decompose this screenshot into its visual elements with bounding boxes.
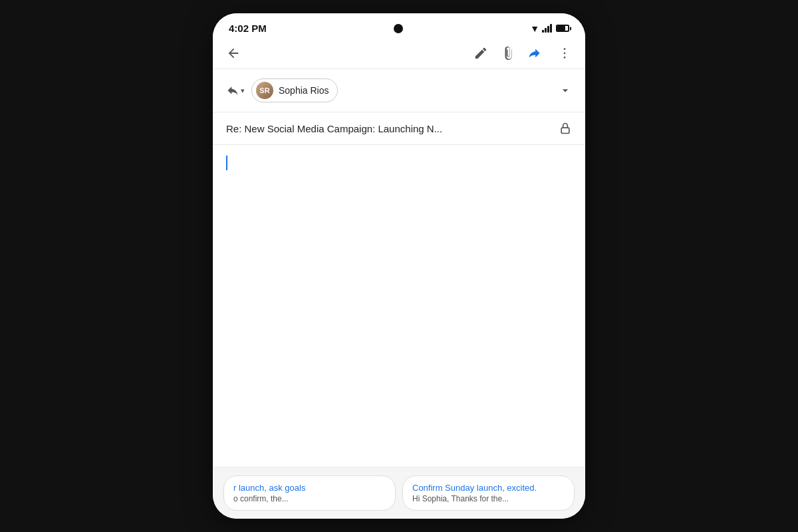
avatar: SR [256, 82, 273, 99]
attach-button[interactable] [501, 46, 516, 61]
avatar-initials: SR [256, 82, 273, 99]
svg-point-2 [564, 57, 566, 59]
status-bar: 4:02 PM ▼ [213, 13, 585, 41]
smart-replies: r launch, ask goals o confirm, the... Co… [213, 467, 585, 519]
send-button[interactable] [529, 46, 544, 61]
reply-button[interactable]: ▾ [226, 84, 245, 97]
compose-area: ▾ SR Sophia Rios Re: New Social Media Ca… [213, 69, 585, 519]
smart-reply-2-title: Confirm Sunday launch, excited. [412, 483, 565, 493]
text-cursor [226, 156, 227, 170]
subject-field: Re: New Social Media Campaign: Launching… [213, 112, 585, 145]
svg-point-0 [564, 48, 566, 50]
battery-icon [556, 25, 569, 32]
camera-indicator [394, 24, 403, 33]
reply-dropdown-icon: ▾ [241, 86, 245, 95]
subject-text: Re: New Social Media Campaign: Launching… [226, 123, 559, 134]
to-field: ▾ SR Sophia Rios [213, 69, 585, 112]
expand-button[interactable] [559, 84, 572, 97]
back-button[interactable] [226, 46, 241, 61]
signal-icon [542, 24, 552, 33]
lock-icon [559, 122, 572, 135]
smart-reply-1-title: r launch, ask goals [233, 483, 386, 493]
svg-point-1 [564, 53, 566, 55]
smart-reply-2[interactable]: Confirm Sunday launch, excited. Hi Sophi… [402, 475, 575, 511]
reply-arrow-icon [226, 84, 239, 97]
toolbar [213, 41, 585, 69]
recipient-name: Sophia Rios [279, 85, 329, 96]
recipient-chip[interactable]: SR Sophia Rios [251, 78, 338, 102]
smart-reply-1-preview: o confirm, the... [233, 494, 386, 503]
smart-reply-1[interactable]: r launch, ask goals o confirm, the... [223, 475, 396, 511]
body-area[interactable] [213, 145, 585, 467]
edit-button[interactable] [473, 46, 488, 61]
status-icons: ▼ [530, 23, 569, 34]
more-options-button[interactable] [557, 46, 572, 61]
status-time: 4:02 PM [229, 23, 267, 34]
phone-frame: 4:02 PM ▼ [213, 13, 585, 519]
svg-rect-3 [561, 128, 569, 133]
smart-reply-2-preview: Hi Sophia, Thanks for the... [412, 494, 565, 503]
wifi-icon: ▼ [530, 23, 539, 34]
